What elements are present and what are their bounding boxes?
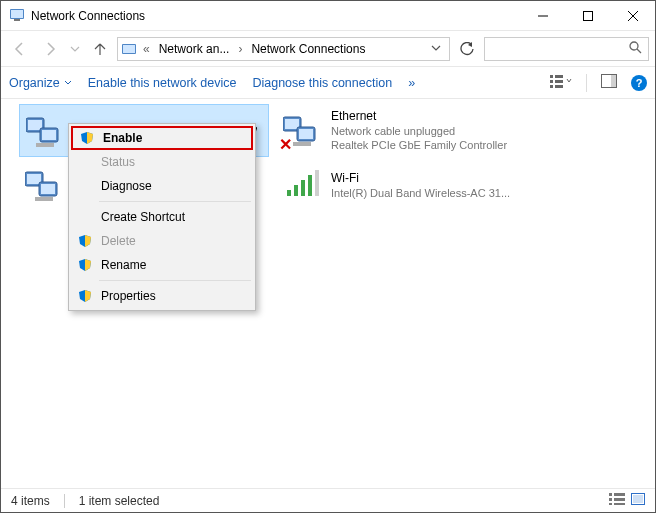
svg-rect-2 — [14, 19, 20, 21]
svg-rect-34 — [287, 190, 291, 196]
svg-rect-37 — [308, 175, 312, 196]
breadcrumb-seg-1[interactable]: Network an... — [155, 42, 234, 56]
preview-pane-icon[interactable] — [601, 74, 617, 91]
svg-rect-8 — [123, 45, 135, 53]
wifi-signal-icon — [281, 163, 325, 207]
chevron-down-icon — [64, 79, 72, 87]
view-options-icon[interactable] — [550, 74, 572, 91]
svg-rect-36 — [301, 180, 305, 196]
adapter-device: Intel(R) Dual Band Wireless-AC 31... — [331, 186, 510, 201]
toolbar: Organize Enable this network device Diag… — [1, 67, 655, 99]
organize-label: Organize — [9, 76, 60, 90]
svg-rect-23 — [36, 143, 54, 147]
svg-rect-16 — [555, 85, 563, 88]
svg-rect-32 — [41, 184, 55, 194]
menu-properties[interactable]: Properties — [71, 284, 253, 308]
svg-line-10 — [637, 49, 641, 53]
error-x-icon: ✕ — [279, 135, 292, 154]
svg-rect-33 — [35, 197, 53, 201]
chevron-right-icon[interactable]: › — [235, 42, 245, 56]
breadcrumb-seg-2[interactable]: Network Connections — [247, 42, 369, 56]
shield-icon — [77, 288, 93, 304]
svg-point-9 — [630, 42, 638, 50]
svg-rect-15 — [555, 80, 563, 83]
selection-count: 1 item selected — [79, 494, 160, 508]
network-adapter-icon — [23, 163, 67, 207]
details-view-icon[interactable] — [609, 493, 625, 508]
shield-icon — [77, 233, 93, 249]
svg-rect-28 — [293, 142, 311, 146]
back-button[interactable] — [7, 36, 33, 62]
context-menu: Enable Status Diagnose Create Shortcut D… — [68, 123, 256, 311]
breadcrumb[interactable]: « Network an... › Network Connections — [117, 37, 450, 61]
recent-dropdown[interactable] — [67, 36, 83, 62]
window-title: Network Connections — [31, 9, 145, 23]
breadcrumb-icon — [120, 41, 138, 57]
network-adapter-icon — [24, 109, 68, 153]
menu-separator — [99, 201, 251, 202]
svg-rect-27 — [299, 129, 313, 139]
svg-rect-22 — [42, 130, 56, 140]
menu-diagnose[interactable]: Diagnose — [71, 174, 253, 198]
svg-rect-46 — [633, 495, 643, 503]
adapter-wifi[interactable]: Wi-Fi Intel(R) Dual Band Wireless-AC 31.… — [277, 159, 527, 212]
svg-rect-43 — [609, 503, 612, 505]
diagnose-button[interactable]: Diagnose this connection — [252, 76, 392, 90]
adapter-name: Ethernet — [331, 108, 507, 124]
menu-rename[interactable]: Rename — [71, 253, 253, 277]
up-button[interactable] — [87, 36, 113, 62]
shield-icon — [79, 130, 95, 146]
svg-rect-4 — [583, 11, 592, 20]
menu-enable[interactable]: Enable — [71, 126, 253, 150]
svg-rect-41 — [609, 498, 612, 501]
svg-rect-13 — [550, 85, 553, 88]
close-button[interactable] — [610, 1, 655, 30]
svg-rect-18 — [611, 75, 617, 88]
toolbar-divider — [586, 74, 587, 92]
large-icons-view-icon[interactable] — [631, 493, 645, 508]
enable-device-button[interactable]: Enable this network device — [88, 76, 237, 90]
navbar: « Network an... › Network Connections — [1, 31, 655, 67]
search-icon — [629, 41, 642, 57]
adapter-ethernet[interactable]: ✕ Ethernet Network cable unplugged Realt… — [277, 104, 527, 157]
refresh-button[interactable] — [454, 37, 480, 61]
statusbar: 4 items 1 item selected — [1, 488, 655, 512]
adapter-name: Wi-Fi — [331, 170, 510, 186]
svg-rect-44 — [614, 503, 625, 505]
network-adapter-icon: ✕ — [281, 108, 325, 152]
svg-rect-38 — [315, 170, 319, 196]
help-button[interactable]: ? — [631, 75, 647, 91]
organize-menu[interactable]: Organize — [9, 76, 72, 90]
overflow-button[interactable]: » — [408, 76, 415, 90]
svg-rect-40 — [614, 493, 625, 496]
titlebar: Network Connections — [1, 1, 655, 31]
content-area: Cisco AnyConnect Secure Mobility ✕ Ether… — [1, 99, 655, 490]
item-count: 4 items — [11, 494, 50, 508]
svg-rect-35 — [294, 185, 298, 196]
svg-rect-11 — [550, 75, 553, 78]
menu-delete: Delete — [71, 229, 253, 253]
forward-button[interactable] — [37, 36, 63, 62]
svg-rect-1 — [11, 10, 23, 18]
window-controls — [520, 1, 655, 30]
control-panel-icon — [9, 6, 25, 25]
svg-rect-39 — [609, 493, 612, 496]
svg-rect-12 — [550, 80, 553, 83]
adapter-status: Network cable unplugged — [331, 124, 507, 139]
search-input[interactable] — [484, 37, 649, 61]
maximize-button[interactable] — [565, 1, 610, 30]
shield-icon — [77, 257, 93, 273]
breadcrumb-dropdown[interactable] — [425, 42, 447, 56]
menu-status: Status — [71, 150, 253, 174]
menu-separator — [99, 280, 251, 281]
status-divider — [64, 494, 65, 508]
svg-rect-14 — [555, 75, 563, 78]
svg-rect-42 — [614, 498, 625, 501]
adapter-device: Realtek PCIe GbE Family Controller — [331, 138, 507, 153]
chevron-left-icon[interactable]: « — [140, 42, 153, 56]
menu-create-shortcut[interactable]: Create Shortcut — [71, 205, 253, 229]
minimize-button[interactable] — [520, 1, 565, 30]
